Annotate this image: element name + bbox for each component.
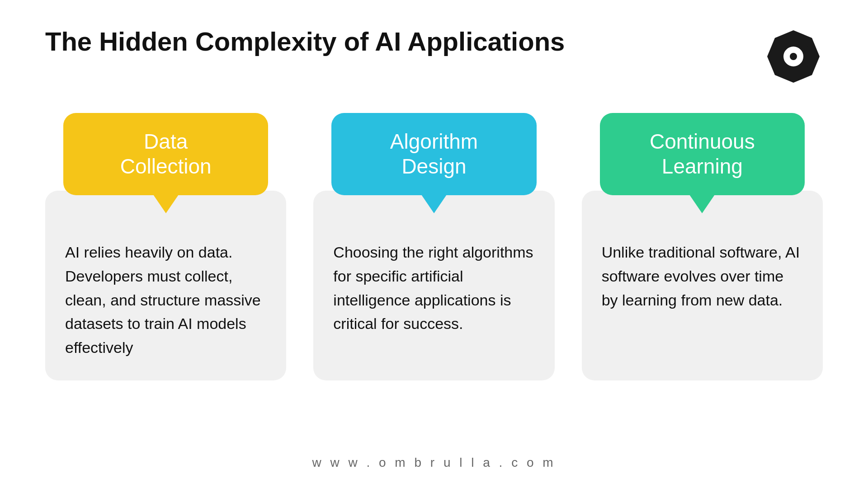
cards-row: Data Collection AI relies heavily on dat… <box>45 113 823 445</box>
svg-rect-4 <box>803 53 819 60</box>
card-text-algorithm-design: Choosing the right algorithms for specif… <box>333 240 534 336</box>
svg-rect-6 <box>790 66 797 82</box>
footer: w w w . o m b r u l l a . c o m <box>45 445 823 470</box>
bubble-continuous-learning: Continuous Learning <box>600 113 805 195</box>
page-title: The Hidden Complexity of AI Applications <box>45 27 565 56</box>
card-continuous-learning: Continuous Learning Unlike traditional s… <box>582 113 823 380</box>
card-body-continuous-learning: Unlike traditional software, AI software… <box>582 191 823 380</box>
header-row: The Hidden Complexity of AI Applications <box>45 27 823 86</box>
footer-url: w w w . o m b r u l l a . c o m <box>312 455 556 469</box>
svg-rect-2 <box>790 31 797 47</box>
card-body-algorithm-design: Choosing the right algorithms for specif… <box>313 191 554 380</box>
svg-point-11 <box>790 53 797 60</box>
card-data-collection: Data Collection AI relies heavily on dat… <box>45 113 286 380</box>
bubble-data-collection: Data Collection <box>63 113 268 195</box>
card-body-data-collection: AI relies heavily on data. Developers mu… <box>45 191 286 380</box>
bubble-algorithm-design: Algorithm Design <box>331 113 536 195</box>
ombrulla-logo <box>764 27 823 86</box>
page-container: The Hidden Complexity of AI Applications <box>0 0 868 488</box>
card-text-data-collection: AI relies heavily on data. Developers mu… <box>65 240 266 359</box>
card-algorithm-design: Algorithm Design Choosing the right algo… <box>313 113 554 380</box>
card-text-continuous-learning: Unlike traditional software, AI software… <box>602 240 803 312</box>
svg-rect-8 <box>768 53 783 60</box>
